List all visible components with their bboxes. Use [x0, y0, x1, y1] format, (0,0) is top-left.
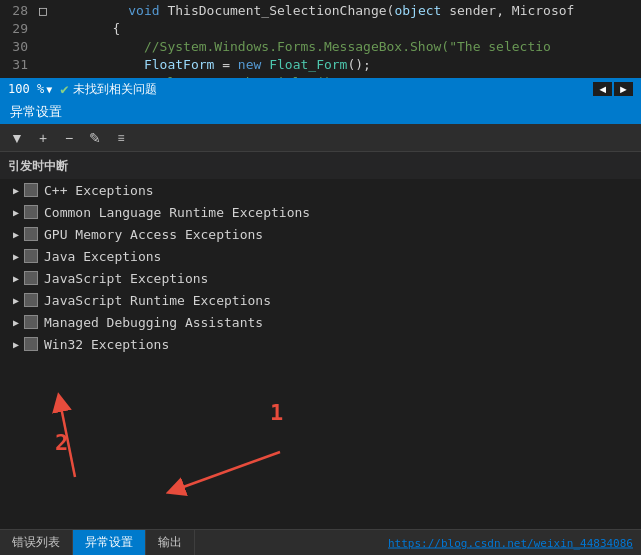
item-label: Java Exceptions [44, 249, 161, 264]
code-editor: 28 □ void ThisDocument_SelectionChange(o… [0, 0, 641, 78]
exception-list[interactable]: ▶C++ Exceptions▶Common Language Runtime … [0, 179, 641, 355]
item-checkbox[interactable] [24, 249, 38, 263]
item-label: C++ Exceptions [44, 183, 154, 198]
section-header: 引发时中断 [0, 154, 641, 179]
tab-error-list[interactable]: 错误列表 [0, 530, 73, 556]
check-icon: ✔ [60, 81, 68, 97]
code-status-bar: 100 % ▼ ✔ 未找到相关问题 ◄ ► [0, 78, 641, 100]
blog-link[interactable]: https://blog.csdn.net/weixin_44834086 [388, 536, 633, 549]
arrows-svg [0, 355, 641, 529]
annotation-area: 2 1 [0, 355, 641, 529]
bottom-tab-bar: 错误列表 异常设置 输出 https://blog.csdn.net/weixi… [0, 529, 641, 555]
remove-button[interactable]: − [58, 128, 80, 148]
add-button[interactable]: + [32, 128, 54, 148]
nav-arrows: ◄ ► [593, 82, 633, 96]
panel-title: 异常设置 [10, 103, 62, 121]
list-button[interactable]: ≡ [110, 128, 132, 148]
exception-item[interactable]: ▶Java Exceptions [0, 245, 641, 267]
item-checkbox[interactable] [24, 183, 38, 197]
expand-arrow-icon: ▶ [8, 204, 24, 220]
item-checkbox[interactable] [24, 271, 38, 285]
item-checkbox[interactable] [24, 315, 38, 329]
expand-arrow-icon: ▶ [8, 248, 24, 264]
item-label: Common Language Runtime Exceptions [44, 205, 310, 220]
panel-title-bar: 异常设置 [0, 100, 641, 124]
edit-button[interactable]: ✎ [84, 128, 106, 148]
status-text: 未找到相关问题 [73, 81, 157, 98]
expand-arrow-icon: ▶ [8, 226, 24, 242]
exception-item[interactable]: ▶GPU Memory Access Exceptions [0, 223, 641, 245]
exception-item[interactable]: ▶Win32 Exceptions [0, 333, 641, 355]
zoom-level[interactable]: 100 % ▼ [8, 82, 52, 96]
exception-panel: 异常设置 ▼ + − ✎ ≡ 引发时中断 ▶C++ Exceptions▶Com… [0, 100, 641, 355]
item-checkbox[interactable] [24, 293, 38, 307]
item-label: GPU Memory Access Exceptions [44, 227, 263, 242]
tab-exception-settings[interactable]: 异常设置 [73, 530, 146, 556]
exception-item[interactable]: ▶Managed Debugging Assistants [0, 311, 641, 333]
status-check: ✔ 未找到相关问题 [60, 81, 585, 98]
item-checkbox[interactable] [24, 337, 38, 351]
item-checkbox[interactable] [24, 205, 38, 219]
annotation-1: 1 [270, 400, 283, 425]
expand-arrow-icon: ▶ [8, 182, 24, 198]
expand-arrow-icon: ▶ [8, 292, 24, 308]
exception-item[interactable]: ▶JavaScript Runtime Exceptions [0, 289, 641, 311]
item-label: JavaScript Runtime Exceptions [44, 293, 271, 308]
tab-output[interactable]: 输出 [146, 530, 195, 556]
expand-arrow-icon: ▶ [8, 314, 24, 330]
nav-left-button[interactable]: ◄ [593, 82, 612, 96]
item-label: Managed Debugging Assistants [44, 315, 263, 330]
expand-arrow-icon: ▶ [8, 270, 24, 286]
code-line-31: 31 FloatForm = new Float_Form(); [0, 56, 641, 74]
code-line-29: 29 { [0, 20, 641, 38]
exception-item[interactable]: ▶C++ Exceptions [0, 179, 641, 201]
filter-button[interactable]: ▼ [6, 128, 28, 148]
nav-right-button[interactable]: ► [614, 82, 633, 96]
panel-toolbar: ▼ + − ✎ ≡ [0, 124, 641, 152]
expand-arrow-icon: ▶ [8, 336, 24, 352]
item-label: JavaScript Exceptions [44, 271, 208, 286]
annotation-2: 2 [55, 430, 68, 455]
item-checkbox[interactable] [24, 227, 38, 241]
code-line-32: 32 //FloatForm.ShowDialog(); [0, 74, 641, 78]
exception-item[interactable]: ▶JavaScript Exceptions [0, 267, 641, 289]
svg-line-1 [175, 452, 280, 490]
item-label: Win32 Exceptions [44, 337, 169, 352]
exception-item[interactable]: ▶Common Language Runtime Exceptions [0, 201, 641, 223]
code-line-28: 28 □ void ThisDocument_SelectionChange(o… [0, 2, 641, 20]
code-line-30: 30 //System.Windows.Forms.MessageBox.Sho… [0, 38, 641, 56]
